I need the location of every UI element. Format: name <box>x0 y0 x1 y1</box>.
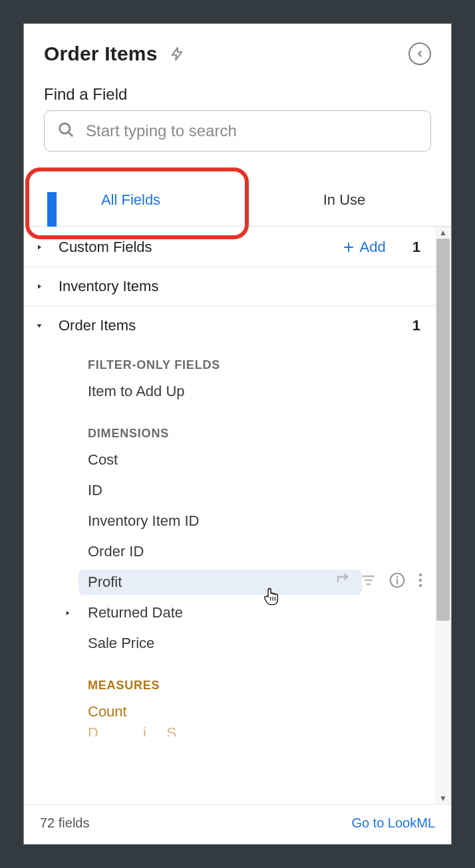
field-count[interactable]: Count <box>24 697 435 727</box>
active-tab-indicator <box>47 192 57 227</box>
add-label: Add <box>360 239 386 256</box>
search-icon <box>57 120 75 142</box>
panel-footer: 72 fields Go to LookML <box>24 804 451 844</box>
caret-down-icon <box>35 322 44 330</box>
svg-point-10 <box>419 574 422 576</box>
scroll-up-arrow-icon[interactable]: ▲ <box>438 227 448 239</box>
field-list-scroll: Custom Fields Add 1 Inventory Items Orde <box>24 227 451 804</box>
group-title: Inventory Items <box>59 278 158 295</box>
panel-title: Order Items <box>44 43 158 65</box>
svg-point-12 <box>419 584 422 587</box>
panel-header: Order Items <box>24 24 451 72</box>
scroll-down-arrow-icon[interactable]: ▼ <box>438 792 448 804</box>
field-row-actions <box>335 567 423 597</box>
tab-in-use[interactable]: In Use <box>238 174 451 226</box>
group-title: Custom Fields <box>59 239 152 256</box>
search-label: Find a Field <box>24 72 451 110</box>
field-id[interactable]: ID <box>24 475 435 506</box>
group-count: 1 <box>412 239 420 256</box>
cursor-icon <box>262 587 281 611</box>
svg-point-9 <box>396 576 398 578</box>
svg-line-1 <box>69 132 73 136</box>
pivot-icon[interactable] <box>335 572 351 592</box>
field-cost[interactable]: Cost <box>24 445 435 475</box>
group-inventory-items[interactable]: Inventory Items <box>24 267 435 306</box>
caret-right-icon <box>35 243 44 251</box>
group-title: Order Items <box>59 317 136 334</box>
collapse-panel-button[interactable] <box>408 43 431 65</box>
search-box[interactable] <box>44 110 431 152</box>
filter-icon[interactable] <box>361 572 377 592</box>
add-custom-field-button[interactable]: Add <box>343 239 386 256</box>
caret-right-icon <box>64 609 76 617</box>
go-to-lookml-link[interactable]: Go to LookML <box>351 815 435 831</box>
field-picker-panel: Order Items Find a Field All Fields In U… <box>23 23 452 845</box>
info-icon[interactable] <box>389 572 406 593</box>
field-count: 72 fields <box>40 815 90 831</box>
section-filter-only: FILTER-ONLY FIELDS <box>24 345 435 376</box>
section-measures: MEASURES <box>24 659 435 697</box>
field-inventory-item-id[interactable]: Inventory Item ID <box>24 506 435 536</box>
field-order-id[interactable]: Order ID <box>24 536 435 567</box>
scroll-thumb[interactable] <box>436 239 450 621</box>
group-custom-fields[interactable]: Custom Fields Add 1 <box>24 228 435 267</box>
group-order-items[interactable]: Order Items 1 <box>24 306 435 345</box>
scroll-track[interactable] <box>435 239 451 792</box>
caret-right-icon <box>35 282 44 290</box>
field-profit[interactable]: Profit <box>24 567 435 597</box>
field-dynamic-sum[interactable]: D i S <box>24 727 435 736</box>
section-dimensions: DIMENSIONS <box>24 407 435 445</box>
search-input[interactable] <box>86 122 418 140</box>
field-sale-price[interactable]: Sale Price <box>24 628 435 659</box>
tabs: All Fields In Use <box>24 174 451 227</box>
scrollbar[interactable]: ▲ ▼ <box>435 227 451 804</box>
more-menu-icon[interactable] <box>418 572 423 592</box>
field-returned-date[interactable]: Returned Date <box>24 597 435 628</box>
field-item-to-add-up[interactable]: Item to Add Up <box>24 376 435 407</box>
bolt-icon[interactable] <box>170 44 184 64</box>
group-count: 1 <box>412 317 420 334</box>
svg-point-11 <box>419 579 422 582</box>
